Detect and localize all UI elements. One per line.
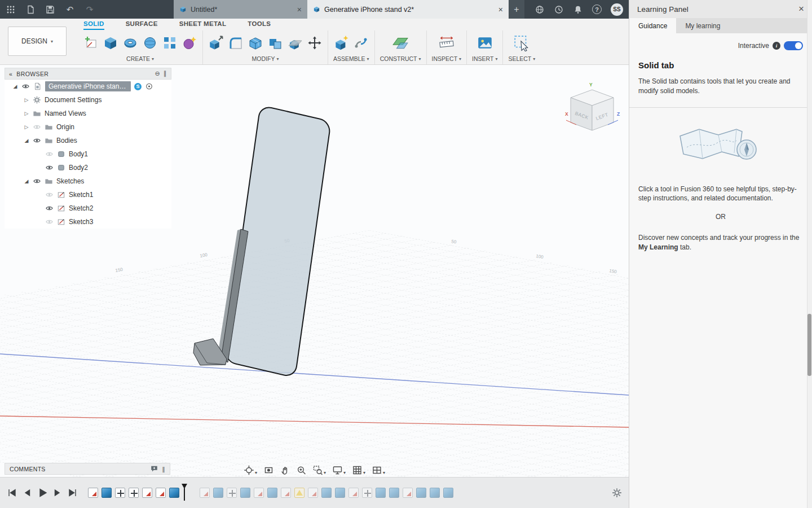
view-cube[interactable]: BACK LEFT Y X Z	[565, 82, 620, 130]
job-status-icon[interactable]	[535, 5, 545, 15]
new-component-tool-icon[interactable]	[333, 35, 349, 51]
close-panel-icon[interactable]: ×	[798, 3, 804, 15]
timeline-feature-sketch[interactable]	[200, 488, 210, 498]
expand-icon[interactable]: ◢	[12, 84, 18, 89]
timeline-feature-sketch[interactable]	[254, 488, 264, 498]
visibility-eye-icon[interactable]	[45, 191, 54, 199]
help-icon[interactable]: ?	[592, 5, 602, 14]
notifications-bell-icon[interactable]	[573, 5, 583, 15]
panel-drag-handle[interactable]: ∥	[164, 70, 167, 77]
select-tool-icon[interactable]	[513, 34, 530, 51]
browser-row-bodies[interactable]: ◢ Bodies	[5, 134, 171, 147]
interactive-toggle[interactable]	[784, 41, 803, 50]
construction-plane-tool-icon[interactable]	[392, 34, 409, 51]
timeline-feature-solid[interactable]	[102, 488, 112, 498]
tab-solid[interactable]: SOLID	[83, 20, 104, 30]
step-back-button[interactable]	[22, 488, 32, 498]
timeline-feature-move[interactable]	[227, 488, 237, 498]
expand-icon[interactable]: ◢	[24, 138, 29, 143]
create-sketch-tool-icon[interactable]	[83, 35, 99, 51]
doc-tab-untitled[interactable]: Untitled* ×	[174, 0, 307, 19]
visibility-eye-icon[interactable]	[45, 164, 54, 172]
timeline-settings-gear-icon[interactable]	[612, 488, 622, 498]
insert-image-tool-icon[interactable]	[476, 34, 493, 51]
viewport-canvas[interactable]: 50 100 150 50 100 150	[0, 65, 629, 477]
box-tool-icon[interactable]	[103, 35, 118, 51]
viewports-button[interactable]: ▾	[372, 465, 385, 475]
panel-scrollbar[interactable]	[807, 0, 812, 508]
timeline-feature-solid[interactable]	[335, 488, 345, 498]
visibility-eye-icon[interactable]	[21, 82, 30, 90]
timeline-feature-move[interactable]	[129, 488, 139, 498]
root-document-label[interactable]: Generative iPhone stand...	[45, 81, 131, 91]
fillet-tool-icon[interactable]	[228, 35, 244, 51]
browser-row-named-views[interactable]: ▷ Named Views	[5, 107, 171, 120]
timeline-feature-sketch[interactable]	[142, 488, 152, 498]
timeline-feature-sketch[interactable]	[403, 488, 413, 498]
scrollbar-thumb[interactable]	[807, 314, 811, 376]
file-menu-icon[interactable]	[25, 5, 36, 15]
tab-sheet-metal[interactable]: SHEET METAL	[179, 20, 227, 30]
ribbon-group-label-select[interactable]: SELECT▾	[508, 55, 535, 62]
skip-to-end-button[interactable]	[68, 488, 78, 498]
zoom-button[interactable]	[296, 465, 306, 475]
timeline-feature-sketch[interactable]	[348, 488, 359, 498]
timeline-position-marker[interactable]	[182, 484, 187, 502]
visibility-eye-icon[interactable]	[33, 137, 41, 144]
create-form-tool-icon[interactable]	[182, 35, 197, 51]
timeline-feature-sketch[interactable]	[156, 488, 166, 498]
redo-icon[interactable]: ↷	[85, 5, 95, 15]
ribbon-group-label-inspect[interactable]: INSPECT▾	[432, 55, 462, 62]
timeline-feature-solid[interactable]	[267, 488, 277, 498]
workspace-selector[interactable]: DESIGN ▾	[8, 27, 67, 56]
grid-snap-button[interactable]: ▾	[352, 465, 365, 475]
panel-overflow-icon[interactable]: ⊖	[155, 70, 160, 77]
timeline-feature-sketch[interactable]	[88, 488, 98, 498]
ribbon-group-label-construct[interactable]: CONSTRUCT▾	[380, 55, 421, 62]
split-body-tool-icon[interactable]	[287, 35, 303, 51]
doc-tab-generative-iphone-stand[interactable]: Generative iPhone stand v2* ×	[307, 0, 509, 19]
timeline-feature-solid[interactable]	[213, 488, 223, 498]
browser-row-origin[interactable]: ▷ Origin	[5, 120, 171, 134]
play-button[interactable]	[37, 488, 47, 498]
pan-button[interactable]	[280, 465, 290, 475]
tab-surface[interactable]: SURFACE	[126, 20, 158, 30]
recent-activity-icon[interactable]	[554, 5, 564, 15]
step-forward-button[interactable]	[52, 488, 63, 498]
browser-row-sketch2[interactable]: Sketch2	[5, 202, 171, 215]
timeline-feature-solid[interactable]	[240, 488, 250, 498]
visibility-eye-icon[interactable]	[33, 123, 41, 131]
collapse-panel-icon[interactable]: «	[9, 71, 12, 77]
new-tab-button[interactable]: +	[509, 0, 524, 19]
zoom-window-button[interactable]: ▾	[312, 465, 326, 475]
close-tab-icon[interactable]: ×	[297, 5, 302, 14]
activate-target-icon[interactable]	[145, 82, 153, 90]
timeline-feature-solid[interactable]	[430, 488, 440, 498]
browser-row-sketches[interactable]: ◢ Sketches	[5, 174, 171, 188]
collapsed-icon[interactable]: ▷	[24, 124, 29, 130]
browser-header[interactable]: « BROWSER ⊖ ∥	[5, 68, 171, 80]
browser-row-document-settings[interactable]: ▷ Document Settings	[5, 93, 171, 107]
add-comment-icon[interactable]	[150, 465, 158, 473]
save-icon[interactable]	[45, 5, 55, 15]
visibility-eye-icon[interactable]	[45, 150, 54, 158]
browser-row-body2[interactable]: Body2	[5, 161, 171, 174]
timeline-feature-move[interactable]	[362, 488, 372, 498]
measure-tool-icon[interactable]	[438, 34, 455, 51]
browser-row-sketch1[interactable]: Sketch1	[5, 188, 171, 202]
ribbon-group-label-assemble[interactable]: ASSEMBLE▾	[333, 55, 369, 62]
visibility-eye-icon[interactable]	[33, 177, 41, 185]
timeline-feature-solid[interactable]	[376, 488, 386, 498]
timeline-feature-move[interactable]	[115, 488, 125, 498]
timeline-feature-solid[interactable]	[443, 488, 453, 498]
press-pull-tool-icon[interactable]	[208, 35, 224, 51]
timeline-feature-solid[interactable]	[321, 488, 332, 498]
tab-my-learning[interactable]: My learning	[676, 18, 729, 33]
pattern-tool-icon[interactable]	[162, 35, 178, 51]
browser-row-sketch3[interactable]: Sketch3	[5, 215, 171, 229]
joint-tool-icon[interactable]	[353, 35, 369, 51]
ribbon-group-label-modify[interactable]: MODIFY▾	[252, 55, 279, 62]
move-tool-icon[interactable]	[307, 35, 323, 51]
undo-icon[interactable]: ↶	[65, 5, 75, 15]
timeline-feature-sketch[interactable]	[308, 488, 318, 498]
